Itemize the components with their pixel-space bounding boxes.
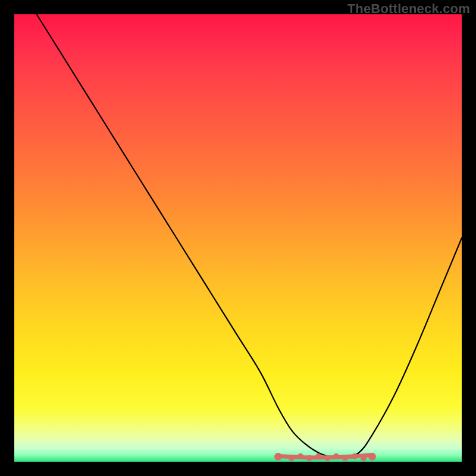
watermark-text: TheBottleneck.com — [347, 1, 470, 17]
curve-path — [37, 14, 462, 458]
chart-frame: TheBottleneck.com — [0, 0, 476, 476]
plot-area — [14, 14, 462, 462]
bottleneck-curve — [14, 14, 462, 462]
